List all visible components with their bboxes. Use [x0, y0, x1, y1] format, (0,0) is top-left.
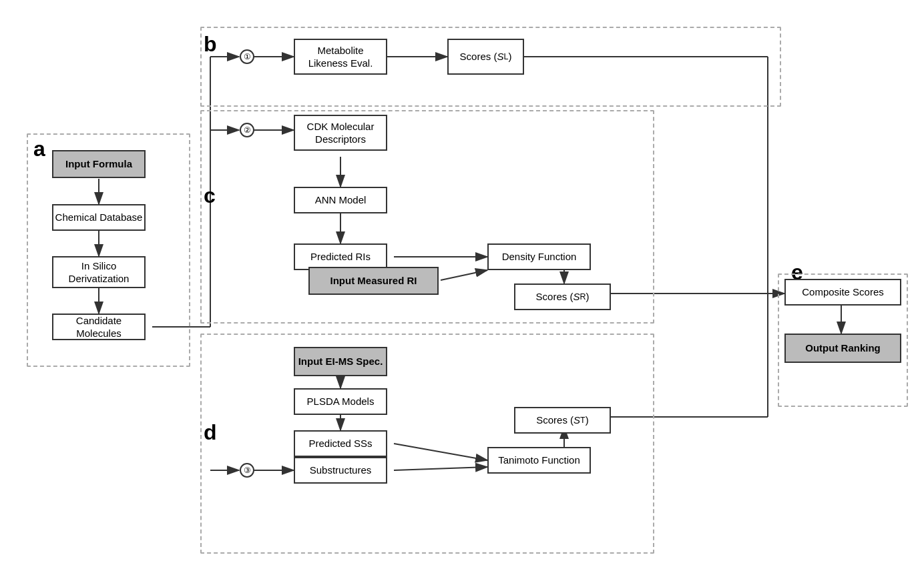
in-silico-box: In SilicoDerivatization	[52, 256, 146, 288]
substructures-box: Substructures	[294, 457, 387, 484]
plsda-models-box: PLSDA Models	[294, 388, 387, 415]
metabolite-likeness-box: MetaboliteLikeness Eval.	[294, 39, 387, 75]
cdk-descriptors-box: CDK MolecularDescriptors	[294, 115, 387, 151]
input-eims-box: Input EI-MS Spec.	[294, 347, 387, 376]
scores-r-box: Scores (SR)	[514, 284, 611, 310]
tanimoto-function-box: Tanimoto Function	[487, 447, 591, 474]
scores-l-box: Scores (SL)	[447, 39, 524, 75]
candidate-molecules-box: Candidate Molecules	[52, 314, 146, 340]
circle-2: ②	[240, 123, 254, 137]
output-ranking-box: Output Ranking	[784, 334, 901, 363]
density-function-box: Density Function	[487, 243, 591, 270]
input-formula-box: Input Formula	[52, 150, 146, 178]
composite-scores-box: Composite Scores	[784, 279, 901, 306]
section-d-box	[200, 334, 654, 554]
predicted-ris-box: Predicted RIs	[294, 243, 387, 270]
circle-1: ①	[240, 49, 254, 64]
predicted-sss-box: Predicted SSs	[294, 430, 387, 457]
chemical-database-box: Chemical Database	[52, 204, 146, 231]
circle-3: ③	[240, 463, 254, 478]
ann-model-box: ANN Model	[294, 187, 387, 213]
scores-t-box: Scores (ST)	[514, 407, 611, 434]
input-measured-ri-box: Input Measured RI	[308, 267, 439, 295]
